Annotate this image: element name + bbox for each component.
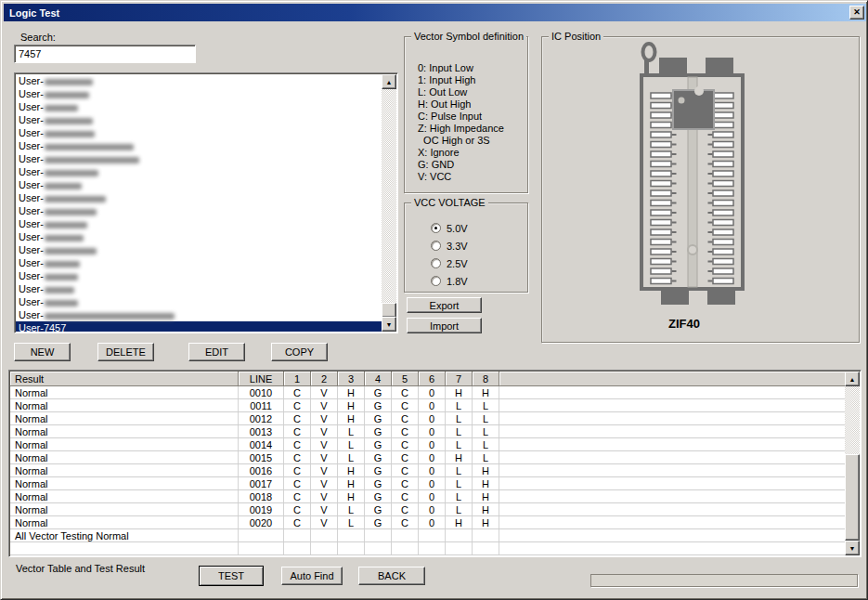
table-row[interactable]: Normal0013CVLGC0LL	[10, 425, 847, 438]
summary-row[interactable]: All Vector Testing Normal	[10, 529, 847, 542]
radio-button[interactable]	[431, 258, 441, 268]
value-cell: V	[311, 386, 338, 398]
radio-button[interactable]	[431, 276, 441, 286]
list-item[interactable]: User-7457	[16, 321, 382, 332]
line-cell: 0010	[239, 386, 284, 398]
list-item[interactable]: User-	[16, 113, 382, 126]
list-item[interactable]: User-	[16, 230, 382, 243]
device-listbox: User-User-User-User-User-User-User-User-…	[14, 72, 398, 333]
copy-button[interactable]: COPY	[271, 343, 328, 361]
list-item[interactable]: User-	[16, 87, 382, 100]
list-item[interactable]: User-	[16, 178, 382, 191]
empty-row[interactable]	[10, 542, 847, 555]
test-button[interactable]: TEST	[199, 566, 264, 586]
table-row[interactable]: Normal0018CVHGC0LH	[10, 490, 847, 503]
radio-option-1-8v[interactable]: 1.8V	[431, 272, 468, 290]
table-row[interactable]: Normal0010CVHGC0HH	[10, 386, 847, 399]
value-cell	[365, 529, 392, 541]
list-item-label: User-	[19, 101, 44, 112]
search-input[interactable]	[14, 45, 196, 63]
value-cell: C	[284, 438, 311, 450]
back-button[interactable]: BACK	[358, 567, 425, 585]
list-item[interactable]: User-	[16, 165, 382, 178]
list-item[interactable]: User-	[16, 308, 382, 321]
list-item[interactable]: User-	[16, 152, 382, 165]
result-cell: Normal	[10, 464, 239, 476]
result-cell: Normal	[10, 386, 239, 398]
list-scrollbar-track[interactable]	[382, 89, 396, 317]
table-row[interactable]: Normal0014CVLGC0LL	[10, 438, 847, 451]
table-row[interactable]: Normal0015CVLGC0HL	[10, 451, 847, 464]
column-header: 6	[419, 372, 446, 386]
result-cell: Normal	[10, 516, 239, 528]
list-item-label: User-	[19, 244, 44, 255]
auto-find-button[interactable]: Auto Find	[281, 567, 343, 585]
list-item[interactable]: User-	[16, 74, 382, 87]
list-scrollbar-thumb[interactable]	[382, 303, 396, 318]
list-item[interactable]: User-	[16, 191, 382, 204]
delete-button[interactable]: DELETE	[97, 343, 154, 361]
radio-button[interactable]	[431, 223, 441, 233]
list-scroll-down-button[interactable]: ▼	[382, 317, 396, 332]
radio-option-2-5v[interactable]: 2.5V	[431, 254, 468, 272]
value-cell: V	[311, 516, 338, 528]
list-item[interactable]: User-	[16, 139, 382, 152]
list-item[interactable]: User-	[16, 126, 382, 139]
title-bar[interactable]: Logic Test ✕	[4, 4, 866, 21]
filler-cell	[499, 451, 847, 463]
value-cell	[419, 542, 446, 554]
value-cell: L	[338, 503, 365, 515]
value-cell: C	[392, 464, 419, 476]
result-cell: Normal	[10, 438, 239, 450]
value-cell: C	[392, 451, 419, 463]
radio-button[interactable]	[431, 241, 441, 251]
value-cell: V	[311, 399, 338, 411]
value-cell	[311, 529, 338, 541]
scroll-up-icon: ▲	[386, 79, 393, 85]
table-body: Normal0010CVHGC0HHNormal0011CVHGC0LLNorm…	[10, 386, 847, 555]
radio-label: 3.3V	[447, 241, 468, 252]
redacted-text	[45, 313, 175, 320]
new-button[interactable]: NEW	[14, 343, 71, 361]
redacted-text	[45, 144, 134, 150]
value-cell: G	[365, 464, 392, 476]
redacted-text	[45, 235, 84, 241]
result-cell: Normal	[10, 425, 239, 437]
value-cell: 0	[419, 412, 446, 424]
list-item[interactable]: User-	[16, 256, 382, 269]
redacted-text	[45, 261, 80, 267]
export-button[interactable]: Export	[407, 297, 482, 313]
list-item[interactable]: User-	[16, 100, 382, 113]
vector-symbol-line: L: Out Low	[418, 86, 524, 98]
table-row[interactable]: Normal0020CVLGC0HH	[10, 516, 847, 529]
list-item[interactable]: User-	[16, 217, 382, 230]
value-cell: 0	[419, 451, 446, 463]
radio-option-5-0v[interactable]: 5.0V	[431, 219, 468, 237]
value-cell: C	[284, 464, 311, 476]
table-row[interactable]: Normal0017CVHGC0LH	[10, 477, 847, 490]
value-cell: L	[446, 412, 473, 424]
table-scroll-down-button[interactable]: ▼	[845, 541, 860, 555]
list-item[interactable]: User-	[16, 282, 382, 295]
table-row[interactable]: Normal0016CVHGC0LH	[10, 464, 847, 477]
edit-button[interactable]: EDIT	[188, 343, 245, 361]
table-scroll-up-button[interactable]: ▲	[845, 372, 860, 386]
value-cell: 0	[419, 438, 446, 450]
list-item[interactable]: User-	[16, 243, 382, 256]
filler-cell	[499, 386, 847, 398]
list-item[interactable]: User-	[16, 295, 382, 308]
table-row[interactable]: Normal0011CVHGC0LL	[10, 399, 847, 412]
table-row[interactable]: Normal0019CVLGC0LH	[10, 503, 847, 516]
table-scrollbar-thumb[interactable]	[845, 454, 860, 541]
close-button[interactable]: ✕	[849, 6, 864, 20]
radio-option-3-3v[interactable]: 3.3V	[431, 237, 468, 254]
result-cell: Normal	[10, 477, 239, 489]
value-cell: C	[284, 477, 311, 489]
table-row[interactable]: Normal0012CVHGC0LL	[10, 412, 847, 425]
list-item[interactable]: User-	[16, 204, 382, 217]
value-cell	[446, 542, 473, 554]
line-cell: 0020	[239, 516, 284, 528]
list-scroll-up-button[interactable]: ▲	[382, 74, 396, 89]
import-button[interactable]: Import	[407, 318, 482, 333]
list-item[interactable]: User-	[16, 269, 382, 282]
